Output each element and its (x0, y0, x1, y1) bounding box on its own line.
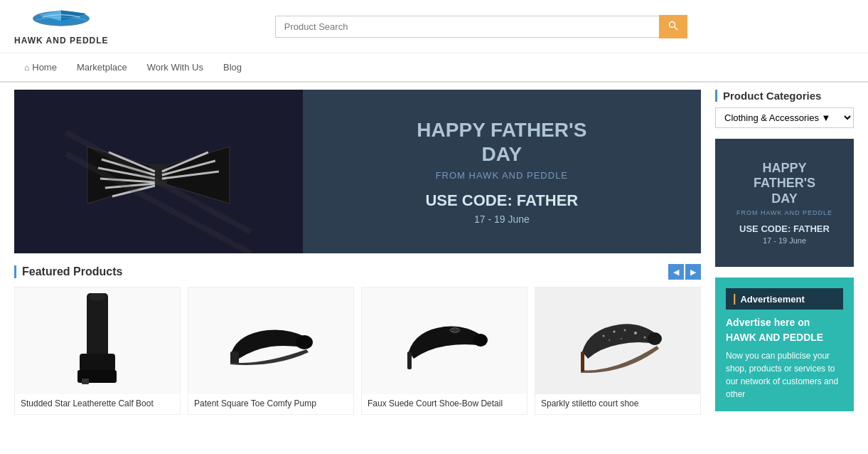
advertisement-block: | Advertisement Advertise here on HAWK A… (715, 278, 854, 411)
search-icon (668, 21, 678, 31)
logo-bird-icon (18, 7, 104, 36)
product-name-2: Patent Square Toe Comfy Pump (188, 394, 353, 414)
banner-dates: 17 - 19 June (474, 213, 530, 225)
ad-highlight: Advertise here on HAWK AND PEDDLE (726, 315, 843, 345)
logo-text: HAWK AND PEDDLE (14, 36, 109, 46)
svg-rect-37 (581, 352, 584, 371)
ad-bar-accent: | (733, 292, 736, 305)
svg-rect-20 (80, 354, 115, 371)
product-card-4[interactable]: Sparkly stiletto court shoe (535, 287, 701, 415)
ad-header-label: Advertisement (740, 294, 804, 305)
svg-rect-19 (87, 293, 108, 357)
svg-point-33 (644, 337, 646, 339)
product-image-3 (362, 287, 527, 394)
svg-point-36 (648, 332, 662, 345)
sidebar-banner-title: HAPPY FATHER'S DAY (754, 161, 815, 207)
nav-work-with-us[interactable]: Work With Us (137, 53, 213, 81)
banner-image-left (14, 90, 303, 253)
search-input[interactable] (275, 16, 659, 38)
sidebar-categories-title: Product Categories (715, 90, 854, 102)
ad-brand: HAWK AND PEDDLE (726, 332, 823, 343)
product-grid: Studded Star Leatherette Calf Boot (14, 287, 701, 415)
featured-title: Featured Products (14, 265, 122, 278)
search-area (275, 15, 687, 38)
nav-blog[interactable]: Blog (213, 53, 252, 81)
product-name-1: Studded Star Leatherette Calf Boot (15, 394, 180, 414)
svg-rect-22 (82, 379, 89, 384)
svg-point-32 (634, 332, 637, 334)
hero-banner: HAPPY FATHER'S DAY FROM HAWK AND PEDDLE … (14, 90, 701, 253)
product-image-4 (535, 287, 700, 394)
next-products-button[interactable]: ▶ (685, 264, 701, 280)
site-header: HAWK AND PEDDLE (0, 0, 868, 53)
product-card-1[interactable]: Studded Star Leatherette Calf Boot (14, 287, 181, 415)
product-nav-arrows: ◀ ▶ (668, 264, 701, 280)
sidebar-banner-code: USE CODE: FATHER (739, 223, 830, 234)
svg-point-35 (621, 338, 622, 339)
product-card-2[interactable]: Patent Square Toe Comfy Pump (188, 287, 354, 415)
svg-rect-27 (407, 352, 412, 369)
banner-code: USE CODE: FATHER (425, 191, 578, 210)
product-name-3: Faux Suede Court Shoe-Bow Detail (362, 394, 527, 414)
search-button[interactable] (659, 15, 687, 38)
ad-header: | Advertisement (726, 288, 843, 310)
svg-point-34 (609, 339, 610, 341)
ad-description: Now you can publicise your shop, product… (726, 349, 843, 401)
svg-point-24 (296, 335, 313, 349)
logo-area[interactable]: HAWK AND PEDDLE (14, 7, 109, 46)
bowtie-visual (14, 90, 303, 253)
right-sidebar: Product Categories Clothing & Accessorie… (715, 90, 854, 415)
sidebar-banner-dates: 17 - 19 June (763, 236, 806, 245)
banner-title: HAPPY FATHER'S DAY (417, 118, 586, 166)
svg-point-4 (669, 21, 675, 27)
svg-point-29 (603, 335, 605, 337)
svg-point-31 (624, 329, 626, 332)
banner-text-right: HAPPY FATHER'S DAY FROM HAWK AND PEDDLE … (303, 90, 701, 253)
main-content: HAPPY FATHER'S DAY FROM HAWK AND PEDDLE … (0, 83, 868, 422)
svg-point-30 (614, 331, 616, 333)
center-column: HAPPY FATHER'S DAY FROM HAWK AND PEDDLE … (14, 90, 701, 415)
featured-header: Featured Products ◀ ▶ (14, 264, 701, 280)
category-dropdown[interactable]: Clothing & Accessories ▼ (715, 107, 854, 128)
product-categories-section: Product Categories Clothing & Accessorie… (715, 90, 854, 128)
product-image-2 (188, 287, 353, 394)
home-icon: ⌂ (24, 63, 29, 73)
main-nav: ⌂ Home Marketplace Work With Us Blog (0, 53, 868, 83)
prev-products-button[interactable]: ◀ (668, 264, 684, 280)
svg-point-28 (453, 328, 457, 332)
svg-point-26 (473, 334, 488, 347)
svg-line-5 (674, 26, 677, 30)
sidebar-banner-subtitle: FROM HAWK AND PEDDLE (736, 209, 832, 216)
product-image-1 (15, 287, 180, 394)
nav-marketplace[interactable]: Marketplace (67, 53, 137, 81)
banner-subtitle: FROM HAWK AND PEDDLE (436, 170, 568, 181)
sidebar-banner: HAPPY FATHER'S DAY FROM HAWK AND PEDDLE … (715, 139, 854, 267)
nav-home[interactable]: ⌂ Home (14, 53, 67, 81)
product-name-4: Sparkly stiletto court shoe (535, 394, 700, 414)
ad-body: Advertise here on HAWK AND PEDDLE Now yo… (726, 315, 843, 401)
product-card-3[interactable]: Faux Suede Court Shoe-Bow Detail (361, 287, 527, 415)
